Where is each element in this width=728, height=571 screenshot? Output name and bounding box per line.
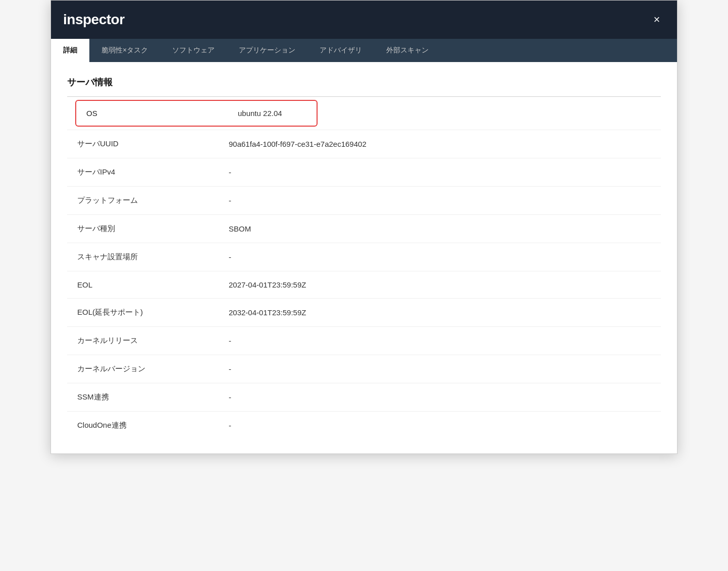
row-label: プラットフォーム [67,187,229,215]
window-title: inspector [63,12,125,28]
row-value: ubuntu 22.04 [228,101,292,126]
row-label: カーネルバージョン [67,355,229,383]
row-value: - [229,412,661,440]
tab-advisory[interactable]: アドバイザリ [307,39,374,62]
row-value: - [229,355,661,383]
row-value: 2027-04-01T23:59:59Z [229,271,661,299]
row-value: SBOM [229,215,661,243]
row-value: - [229,158,661,187]
close-button[interactable]: × [649,12,665,28]
tab-external-scan[interactable]: 外部スキャン [374,39,441,62]
table-row: サーバ種別 SBOM [67,215,661,243]
tab-bar: 詳細 脆弱性×タスク ソフトウェア アプリケーション アドバイザリ 外部スキャン [51,39,677,62]
table-row: EOL(延長サポート) 2032-04-01T23:59:59Z [67,299,661,327]
table-row: サーバUUID 90a61fa4-100f-f697-ce31-e7a2ec16… [67,130,661,158]
info-table: OS ubuntu 22.04 サーバUUID 90a61fa4-100f-f6… [67,97,661,439]
table-row: スキャナ設置場所 - [67,243,661,271]
tab-details[interactable]: 詳細 [51,39,89,62]
table-row: サーバIPv4 - [67,158,661,187]
row-value: 2032-04-01T23:59:59Z [229,299,661,327]
table-row: SSM連携 - [67,383,661,412]
content-area: サーバ情報 OS ubuntu 22.04 サーバUUID 90a61fa4-1… [51,62,677,453]
table-row: プラットフォーム - [67,187,661,215]
row-label: スキャナ設置場所 [67,243,229,271]
tab-vuln-tasks[interactable]: 脆弱性×タスク [89,39,160,62]
row-value: - [229,243,661,271]
section-title: サーバ情報 [67,76,661,88]
table-row: EOL 2027-04-01T23:59:59Z [67,271,661,299]
table-row: カーネルバージョン - [67,355,661,383]
tab-software[interactable]: ソフトウェア [160,39,227,62]
table-row: カーネルリリース - [67,327,661,355]
row-label: EOL(延長サポート) [67,299,229,327]
row-label: CloudOne連携 [67,412,229,440]
row-value: - [229,327,661,355]
row-value: - [229,187,661,215]
row-label: サーバIPv4 [67,158,229,187]
inspector-window: inspector × 詳細 脆弱性×タスク ソフトウェア アプリケーション ア… [50,0,678,454]
row-label: カーネルリリース [67,327,229,355]
row-label: EOL [67,271,229,299]
table-row: OS ubuntu 22.04 [67,97,661,130]
table-row: CloudOne連携 - [67,412,661,440]
row-label: サーバ種別 [67,215,229,243]
tab-applications[interactable]: アプリケーション [227,39,307,62]
title-bar: inspector × [51,1,677,39]
row-label: SSM連携 [67,383,229,412]
row-value: - [229,383,661,412]
row-value: 90a61fa4-100f-f697-ce31-e7a2ec169402 [229,130,661,158]
row-label: OS [76,101,228,126]
row-label: サーバUUID [67,130,229,158]
